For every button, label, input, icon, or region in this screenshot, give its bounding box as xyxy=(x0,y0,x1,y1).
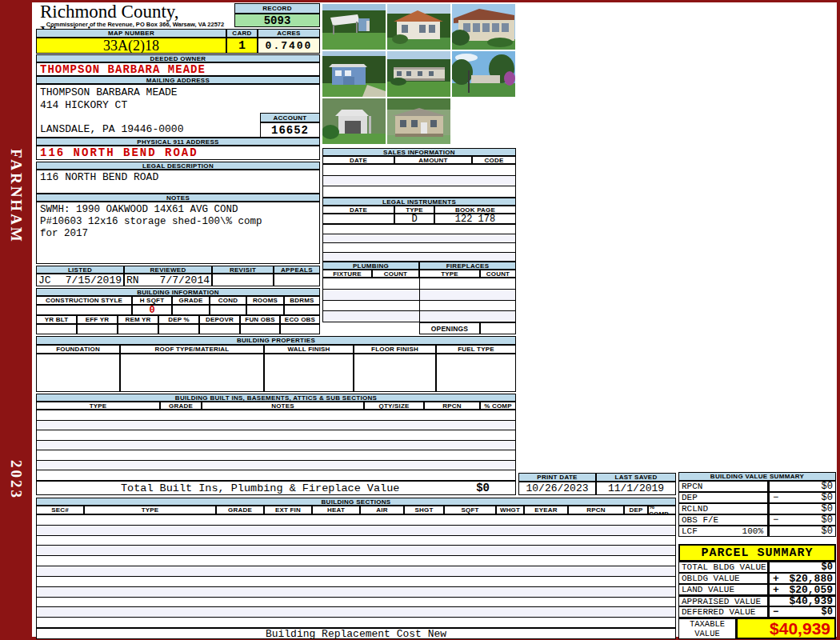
bi-qtysize-header: QTY/SIZE xyxy=(364,402,424,410)
remyr-value xyxy=(118,324,158,334)
ps-deferred-value-cell: −$0 xyxy=(768,606,836,618)
built-ins-total-label: Total Built Ins, Plumbing & Fireplace Va… xyxy=(121,482,399,494)
bs-air-header: AIR xyxy=(360,506,404,514)
taxable-value-label: TAXABLE VALUE xyxy=(678,618,736,639)
bvs-rpcn-value: $0 xyxy=(822,481,833,492)
legal-instruments-header: LEGAL INSTRUMENTS xyxy=(322,198,516,206)
bs-whgt-header: WHGT xyxy=(496,506,524,514)
bi-comp-header: % COMP xyxy=(480,402,516,410)
cond-value xyxy=(210,305,246,315)
acres-header: ACRES xyxy=(258,29,320,38)
reviewed-value: RN 7/7/2014 xyxy=(124,274,212,286)
built-ins-total-value: $0 xyxy=(476,482,490,494)
grade-header: GRADE xyxy=(172,296,210,305)
bs-grade-header: GRADE xyxy=(216,506,264,514)
construction-style-value xyxy=(36,305,132,315)
roof-type-header: ROOF TYPE/MATERIAL xyxy=(120,345,264,354)
bvs-obsfe-value-cell: −$0 xyxy=(768,514,836,526)
county-title: Richmond County, Virginia xyxy=(40,2,232,21)
grade-value xyxy=(172,305,210,315)
bs-shgt-header: SHGT xyxy=(404,506,444,514)
property-record-card: FARNHAM 2023 Richmond County, Virginia C… xyxy=(0,0,840,640)
built-ins-total-row: Total Built Ins, Plumbing & Fireplace Va… xyxy=(36,481,516,495)
openings-value xyxy=(480,322,516,334)
funobs-header: FUN OBS xyxy=(240,315,280,324)
depovr-value xyxy=(199,324,240,334)
sales-empty-rows xyxy=(322,164,516,198)
map-number-header: MAP NUMBER xyxy=(36,29,226,38)
rooms-value xyxy=(246,305,284,315)
ps-appraised-value-cell: $40,939 xyxy=(768,595,836,606)
built-ins-header: BUILDING BUILT INS, BASEMENTS, ATTICS & … xyxy=(36,394,516,402)
foundation-value xyxy=(36,354,120,392)
bvs-dep-op: − xyxy=(773,492,778,503)
taxable-label-line1: TAXABLE xyxy=(690,619,725,629)
listed-date: 7/15/2019 xyxy=(66,274,122,286)
bvs-obsfe-value: $0 xyxy=(822,514,833,526)
legal-description-header: LEGAL DESCRIPTION xyxy=(36,162,320,170)
deeded-owner-value: THOMPSON BARBARA MEADE xyxy=(36,62,320,76)
floor-finish-header: FLOOR FINISH xyxy=(354,345,436,354)
bvs-lcf-value: $0 xyxy=(822,526,833,537)
revisit-value xyxy=(212,274,274,286)
sales-date-header: DATE xyxy=(322,156,394,164)
ps-land-value: $20,059 xyxy=(789,584,833,596)
account-header: ACCOUNT xyxy=(260,113,320,122)
bvs-obsfe-label-cell: OBS F/E xyxy=(678,514,768,526)
bvs-lcf-label: LCF xyxy=(682,526,698,536)
bs-comp-header: % COMP xyxy=(648,506,676,514)
print-date-value: 10/26/2023 xyxy=(518,482,596,495)
listed-by: JC xyxy=(38,274,51,286)
bvs-rpcn-label-cell: RPCN xyxy=(678,481,768,492)
property-photo-4 xyxy=(322,51,386,97)
bvs-lcf-pct: 100% xyxy=(742,526,763,536)
taxable-label-line2: VALUE xyxy=(694,629,720,638)
notes-line-3: for 2017 xyxy=(40,228,88,239)
bs-eyear-header: EYEAR xyxy=(524,506,568,514)
map-number-value: 33A(2)18 xyxy=(36,38,226,54)
ps-land-label: LAND VALUE xyxy=(678,584,768,595)
bvs-rclnd-value-cell: $0 xyxy=(768,503,836,514)
appeals-value xyxy=(274,274,320,286)
card-header: CARD xyxy=(226,29,258,38)
li-row1-date xyxy=(322,214,394,224)
li-bookpage-header: BOOK PAGE xyxy=(434,206,516,214)
reviewed-by: RN xyxy=(126,274,139,286)
wall-finish-header: WALL FINISH xyxy=(264,345,354,354)
card-value: 1 xyxy=(226,38,258,54)
record-header: RECORD xyxy=(234,3,320,14)
yrblt-value xyxy=(36,324,77,334)
bi-grade-header: GRADE xyxy=(160,402,202,410)
depovr-header: DEPOVR xyxy=(199,315,240,324)
sidebar-district-label: FARNHAM xyxy=(0,112,32,280)
fireplaces-header: FIREPLACES xyxy=(419,262,516,270)
ps-totalbldg-value: $0 xyxy=(822,562,833,573)
sales-code-header: CODE xyxy=(472,156,516,164)
bvs-rclnd-value: $0 xyxy=(822,503,833,514)
bs-dep-header: DEP xyxy=(624,506,648,514)
bi-type-header: TYPE xyxy=(36,402,160,410)
ps-obldg-value: $20,880 xyxy=(789,573,833,585)
bi-notes-header: NOTES xyxy=(202,402,364,410)
bs-heat-header: HEAT xyxy=(312,506,360,514)
li-row1-type: D xyxy=(394,214,434,224)
funobs-value xyxy=(240,324,280,334)
mailing-line-2: 414 HICKORY CT xyxy=(40,99,127,111)
bvs-dep-label: DEP xyxy=(682,493,698,502)
wall-finish-value xyxy=(264,354,354,392)
reviewed-date: 7/7/2014 xyxy=(160,274,210,286)
ps-appraised-label: APPRAISED VALUE xyxy=(678,595,768,606)
openings-label: OPENINGS xyxy=(419,322,480,334)
acres-value: 0.7400 xyxy=(258,38,320,54)
property-photo-3 xyxy=(452,4,515,50)
sidebar-year-label: 2023 xyxy=(0,444,32,516)
legal-description-value: 116 NORTH BEND ROAD xyxy=(40,171,158,183)
property-photo-6 xyxy=(452,51,515,97)
ps-land-op: + xyxy=(773,584,779,596)
mailing-line-1: THOMPSON BARBARA MEADE xyxy=(40,86,178,98)
ps-totalbldg-value-cell: $0 xyxy=(768,562,836,573)
listed-value: JC 7/15/2019 xyxy=(36,274,124,286)
building-replacement-footer: Building Replacement Cost New xyxy=(36,628,676,639)
last-saved-header: LAST SAVED xyxy=(596,473,676,482)
ps-obldg-label: OBLDG VALUE xyxy=(678,573,768,584)
